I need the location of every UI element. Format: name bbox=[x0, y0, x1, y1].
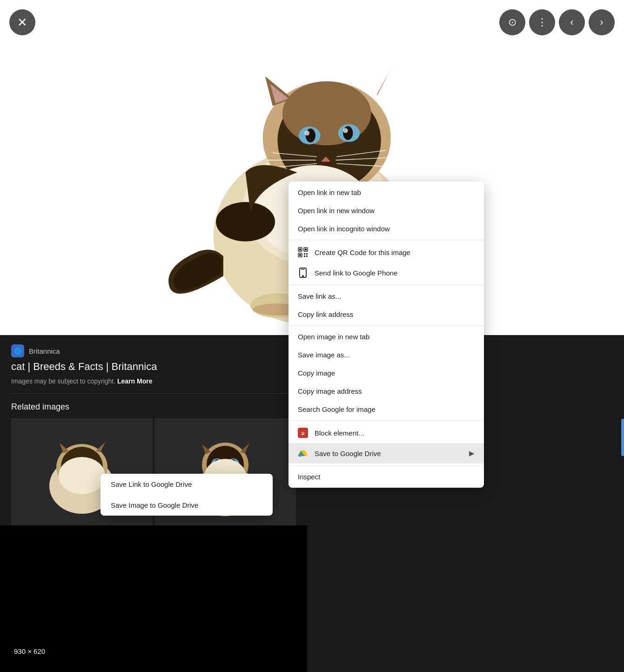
open-new-window-label: Open link in new window bbox=[298, 207, 375, 215]
back-button[interactable]: ‹ bbox=[559, 9, 585, 35]
ctx-section-link: Open link in new tab Open link in new wi… bbox=[289, 181, 484, 240]
svg-point-22 bbox=[216, 202, 275, 242]
save-google-drive-item[interactable]: Save to Google Drive ▶ bbox=[289, 443, 484, 464]
open-incognito-item[interactable]: Open link in incognito window bbox=[289, 220, 484, 238]
svg-rect-45 bbox=[304, 253, 305, 255]
phone-icon bbox=[298, 268, 308, 278]
open-image-new-tab-item[interactable]: Open image in new tab bbox=[289, 328, 484, 346]
svg-point-10 bbox=[343, 128, 348, 133]
top-toolbar: ⊙ ⋮ ‹ › bbox=[499, 9, 615, 35]
source-icon: 🌐 bbox=[11, 344, 24, 357]
svg-point-8 bbox=[343, 126, 353, 140]
ctx-section-share: Create QR Code for this image Send link … bbox=[289, 240, 484, 285]
ctx-section-image: Open image in new tab Save image as... C… bbox=[289, 326, 484, 421]
search-google-image-label: Search Google for image bbox=[298, 405, 376, 413]
svg-rect-47 bbox=[304, 255, 305, 257]
copy-link-address-item[interactable]: Copy link address bbox=[289, 305, 484, 323]
open-new-tab-item[interactable]: Open link in new tab bbox=[289, 183, 484, 202]
page-title: cat | Breeds & Facts | Britannica bbox=[11, 360, 296, 374]
open-new-tab-label: Open link in new tab bbox=[298, 188, 361, 196]
svg-rect-44 bbox=[299, 254, 301, 256]
copy-link-address-label: Copy link address bbox=[298, 310, 353, 318]
svg-rect-48 bbox=[306, 255, 308, 257]
send-phone-label: Send link to Google Phone bbox=[315, 269, 397, 277]
svg-rect-40 bbox=[299, 249, 301, 250]
submenu-arrow: ▶ bbox=[469, 449, 475, 457]
ctx-section-inspect: Inspect bbox=[289, 466, 484, 488]
block-element-label: Block element... bbox=[315, 429, 364, 437]
divider bbox=[11, 393, 296, 394]
scroll-accent bbox=[621, 419, 624, 456]
close-button[interactable]: ✕ bbox=[9, 9, 35, 35]
qr-code-icon bbox=[298, 247, 308, 257]
save-google-drive-label: Save to Google Drive bbox=[315, 450, 381, 457]
create-qr-label: Create QR Code for this image bbox=[315, 249, 410, 256]
copy-image-item[interactable]: Copy image bbox=[289, 364, 484, 382]
more-options-button[interactable]: ⋮ bbox=[529, 9, 555, 35]
context-menu: Open link in new tab Open link in new wi… bbox=[289, 181, 484, 488]
lens-icon: ⊙ bbox=[508, 16, 517, 28]
open-incognito-label: Open link in incognito window bbox=[298, 225, 390, 233]
more-icon: ⋮ bbox=[537, 16, 547, 28]
block-element-item[interactable]: μ Block element... bbox=[289, 423, 484, 443]
save-link-drive-item[interactable]: Save Link to Google Drive bbox=[101, 474, 273, 495]
source-row: 🌐 Britannica bbox=[11, 344, 296, 357]
google-drive-submenu: Save Link to Google Drive Save Image to … bbox=[101, 474, 273, 516]
copy-image-address-label: Copy image address bbox=[298, 387, 362, 395]
save-image-as-item[interactable]: Save image as... bbox=[289, 346, 484, 364]
svg-point-50 bbox=[302, 275, 304, 277]
create-qr-item[interactable]: Create QR Code for this image bbox=[289, 242, 484, 262]
source-name: Britannica bbox=[29, 347, 60, 355]
save-link-as-item[interactable]: Save link as... bbox=[289, 287, 484, 305]
forward-icon: › bbox=[600, 16, 603, 28]
save-link-as-label: Save link as... bbox=[298, 292, 341, 300]
inspect-label: Inspect bbox=[298, 473, 320, 481]
ctx-section-extensions: μ Block element... Save to Go bbox=[289, 421, 484, 466]
copyright-notice: Images may be subject to copyright. Lear… bbox=[11, 377, 296, 385]
copy-image-label: Copy image bbox=[298, 369, 335, 377]
save-image-as-label: Save image as... bbox=[298, 351, 350, 359]
related-heading: Related images bbox=[11, 402, 296, 412]
ublock-icon: μ bbox=[298, 428, 308, 438]
svg-point-9 bbox=[305, 131, 310, 136]
google-drive-icon bbox=[298, 448, 308, 458]
open-new-window-item[interactable]: Open link in new window bbox=[289, 202, 484, 220]
close-icon: ✕ bbox=[17, 15, 27, 30]
save-image-drive-item[interactable]: Save Image to Google Drive bbox=[101, 495, 273, 516]
learn-more-link[interactable]: Learn More bbox=[117, 377, 152, 385]
open-image-new-tab-label: Open image in new tab bbox=[298, 333, 369, 341]
svg-point-30 bbox=[59, 457, 105, 494]
copy-image-address-item[interactable]: Copy image address bbox=[289, 382, 484, 400]
back-icon: ‹ bbox=[570, 16, 573, 28]
save-image-drive-label: Save Image to Google Drive bbox=[111, 501, 198, 509]
inspect-item[interactable]: Inspect bbox=[289, 468, 484, 486]
dimensions-badge: 930 × 620 bbox=[9, 645, 50, 657]
ctx-section-link-actions: Save link as... Copy link address bbox=[289, 285, 484, 326]
lens-button[interactable]: ⊙ bbox=[499, 9, 525, 35]
forward-button[interactable]: › bbox=[589, 9, 615, 35]
save-link-drive-label: Save Link to Google Drive bbox=[111, 480, 192, 488]
search-google-image-item[interactable]: Search Google for image bbox=[289, 400, 484, 418]
svg-rect-42 bbox=[305, 249, 307, 250]
svg-rect-46 bbox=[306, 253, 308, 255]
send-phone-item[interactable]: Send link to Google Phone bbox=[289, 262, 484, 283]
